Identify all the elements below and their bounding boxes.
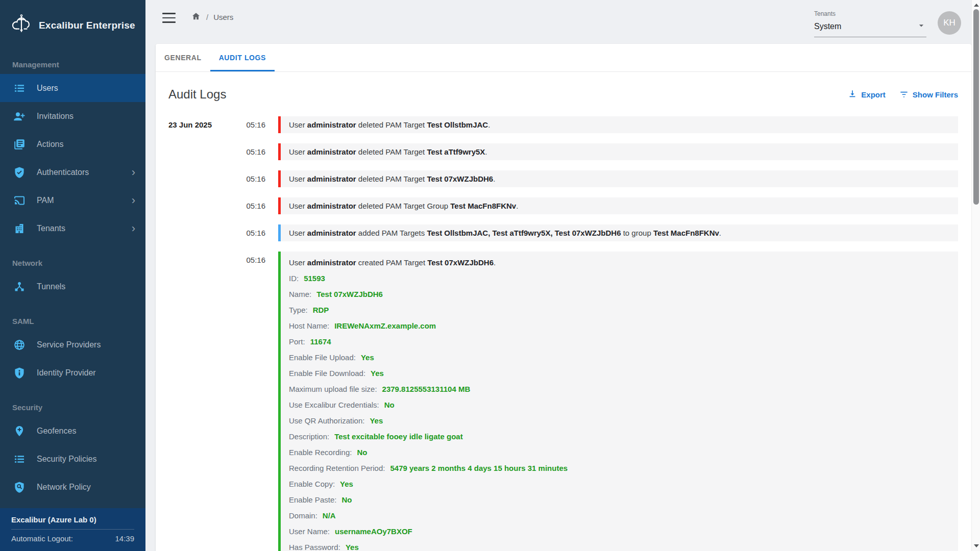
nav-section-label: SAML (0, 300, 145, 331)
cast-screen-icon (13, 194, 26, 207)
sidebar-item-actions[interactable]: Actions (0, 130, 145, 158)
sidebar-item-pam[interactable]: PAM› (0, 186, 145, 214)
shield-search-icon (13, 481, 26, 493)
detail-field-label: Enable Paste: (289, 495, 336, 504)
sidebar-item-tunnels[interactable]: Tunnels (0, 272, 145, 300)
detail-field-label: Use Excalibur Credentials: (289, 400, 379, 409)
export-button[interactable]: Export (847, 89, 886, 101)
sidebar-item-users[interactable]: Users (0, 74, 145, 102)
audit-log-message[interactable]: User administrator created PAM Target Te… (278, 252, 958, 551)
tenants-selected-value: System (814, 22, 841, 31)
detail-field-label: Domain: (289, 511, 317, 520)
nav-section-label: Network (0, 242, 145, 272)
tab-audit-logs[interactable]: AUDIT LOGS (210, 44, 275, 71)
detail-field: Has Password:Yes (289, 539, 950, 551)
detail-field: User Name:usernameAOy7BXOF (289, 523, 950, 539)
tenants-select-label: Tenants (814, 10, 926, 17)
sidebar-item-identity-provider[interactable]: Identity Provider (0, 359, 145, 387)
scrollbar-up-arrow-icon[interactable] (974, 4, 979, 7)
audit-log-message[interactable]: User administrator deleted PAM Target Te… (278, 143, 958, 160)
sidebar-item-security-policies[interactable]: Security Policies (0, 445, 145, 473)
user-avatar[interactable]: KH (938, 11, 961, 35)
home-icon[interactable] (191, 11, 201, 23)
detail-field-label: Enable File Download: (289, 369, 365, 378)
menu-hamburger-icon[interactable] (162, 13, 176, 23)
sidebar: Excalibur Enterprise ManagementUsersInvi… (0, 0, 145, 551)
audit-log-entry: 05:16User administrator created PAM Targ… (168, 252, 958, 551)
building-icon (13, 222, 26, 235)
sidebar-item-label: Authenticators (37, 168, 132, 177)
topbar: / Users Tenants System KH (145, 0, 971, 44)
audit-log-entry: 05:16User administrator added PAM Target… (168, 224, 958, 241)
sidebar-item-geofences[interactable]: Geofences (0, 417, 145, 445)
detail-field-label: Enable File Upload: (289, 353, 356, 362)
sidebar-item-label: Tunnels (37, 282, 137, 291)
sidebar-sections: ManagementUsersInvitationsActionsAuthent… (0, 51, 145, 508)
sidebar-item-label: Service Providers (37, 340, 137, 349)
sidebar-item-label: Tenants (37, 224, 132, 233)
nav-section-label: Management (0, 51, 145, 74)
detail-field-value: Yes (371, 369, 384, 378)
audit-log-entry: 05:16User administrator deleted PAM Targ… (168, 197, 958, 214)
tabbar: GENERAL AUDIT LOGS (156, 44, 971, 72)
audit-log-message[interactable]: User administrator deleted PAM Target Te… (278, 170, 958, 187)
entry-date (168, 224, 232, 241)
detail-field: ID:51593 (289, 270, 950, 286)
detail-field-label: Port: (289, 337, 305, 346)
detail-field: Enable Paste:No (289, 492, 950, 508)
pin-plus-icon (13, 425, 26, 437)
entry-time: 05:16 (232, 197, 278, 214)
audit-log-message[interactable]: User administrator deleted PAM Target Te… (278, 116, 958, 133)
detail-field-label: Use QR Authorization: (289, 416, 364, 425)
tenants-select[interactable]: Tenants System (814, 10, 926, 37)
detail-field-label: Enable Copy: (289, 480, 335, 488)
download-icon (847, 89, 857, 101)
entry-time: 05:16 (232, 143, 278, 160)
detail-field-value: 51593 (304, 274, 325, 283)
person-add-icon (13, 110, 26, 122)
sidebar-item-network-policy[interactable]: Network Policy (0, 473, 145, 501)
globe-icon (13, 339, 26, 351)
entry-time: 05:16 (232, 252, 278, 551)
show-filters-button[interactable]: Show Filters (899, 89, 958, 101)
entry-date (168, 197, 232, 214)
scrollbar-down-arrow-icon[interactable] (974, 544, 979, 547)
detail-field: Use Excalibur Credentials:No (289, 397, 950, 413)
detail-field-value: Yes (370, 416, 383, 425)
main-area: / Users Tenants System KH GENERAL (145, 0, 980, 551)
sidebar-item-service-providers[interactable]: Service Providers (0, 331, 145, 359)
detail-field-value: IREWeNAxmZ.example.com (334, 321, 436, 330)
library-books-icon (13, 138, 26, 151)
filter-icon (899, 89, 909, 101)
chevron-down-icon (916, 20, 926, 33)
sidebar-item-invitations[interactable]: Invitations (0, 102, 145, 130)
entry-date: 23 Jun 2025 (168, 116, 232, 133)
detail-field-value: 2379.8125553131104 MB (382, 385, 471, 393)
environment-name: Excalibur (Azure Lab 0) (11, 515, 134, 524)
detail-field-value: Test excitable fooey idle ligate goat (334, 432, 462, 441)
entry-time: 05:16 (232, 224, 278, 241)
entry-date (168, 143, 232, 160)
audit-log-message[interactable]: User administrator deleted PAM Target Gr… (278, 197, 958, 214)
audit-log-entry: 23 Jun 202505:16User administrator delet… (168, 116, 958, 133)
detail-field-value: usernameAOy7BXOF (335, 527, 412, 536)
content-header: Audit Logs Export Show Filters (156, 72, 971, 115)
sidebar-item-tenants[interactable]: Tenants› (0, 214, 145, 242)
sidebar-item-label: Users (37, 84, 137, 93)
detail-field: Enable File Download:Yes (289, 365, 950, 381)
shield-check-icon (13, 166, 26, 179)
page-scrollbar[interactable] (971, 0, 980, 551)
detail-field-value: No (357, 448, 367, 457)
app-root: Excalibur Enterprise ManagementUsersInvi… (0, 0, 980, 551)
detail-field-value: Yes (346, 543, 359, 551)
sidebar-item-authenticators[interactable]: Authenticators› (0, 158, 145, 186)
scrollbar-thumb[interactable] (973, 9, 979, 205)
detail-field-value: Test 07xWZJbDH6 (316, 290, 383, 298)
audit-log-message[interactable]: User administrator added PAM Targets Tes… (278, 224, 958, 241)
sidebar-item-label: Identity Provider (37, 368, 137, 378)
detail-field-label: ID: (289, 274, 299, 283)
detail-field-label: Type: (289, 306, 308, 314)
breadcrumb-separator: / (206, 13, 208, 21)
tab-general[interactable]: GENERAL (156, 44, 210, 71)
sidebar-item-label: PAM (37, 196, 132, 205)
